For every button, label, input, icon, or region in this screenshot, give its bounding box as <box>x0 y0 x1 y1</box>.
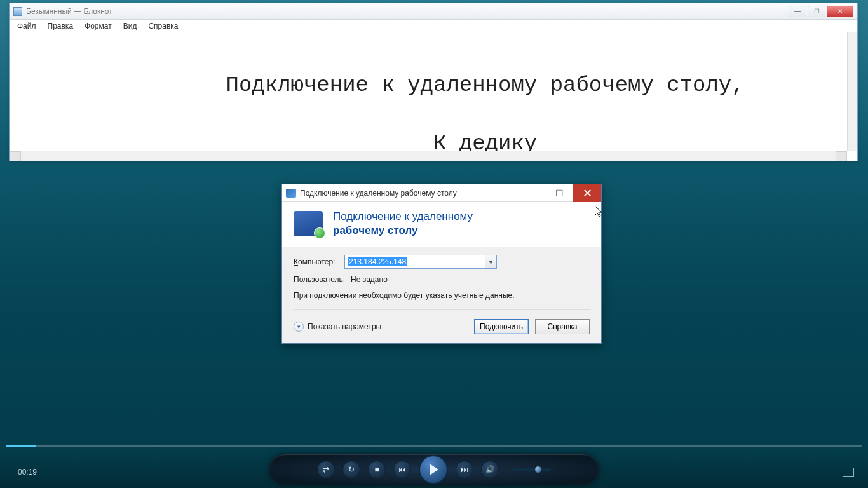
notepad-titlebar[interactable]: Безымянный — Блокнот — ☐ ✕ <box>10 3 857 20</box>
rdp-close-button[interactable]: ✕ <box>573 184 601 202</box>
menu-edit[interactable]: Правка <box>43 20 79 32</box>
notepad-menubar: Файл Правка Формат Вид Справка <box>10 20 857 32</box>
vertical-scrollbar[interactable] <box>847 32 857 151</box>
seek-bar[interactable] <box>6 445 862 447</box>
user-value: Не задано <box>351 275 388 284</box>
notepad-title: Безымянный — Блокнот <box>26 7 112 16</box>
rdp-minimize-button[interactable]: — <box>517 184 545 202</box>
volume-slider[interactable] <box>510 468 551 471</box>
fullscreen-button[interactable] <box>843 468 854 477</box>
next-button[interactable]: ⏭ <box>456 461 473 478</box>
menu-help[interactable]: Справка <box>143 20 183 32</box>
menu-view[interactable]: Вид <box>118 20 142 32</box>
notepad-window: Безымянный — Блокнот — ☐ ✕ Файл Правка Ф… <box>9 3 858 161</box>
notepad-line1: Подключение к удаленному рабочему столу, <box>226 73 745 97</box>
user-label: Пользователь: <box>294 275 344 284</box>
maximize-button[interactable]: ☐ <box>808 6 825 17</box>
divider <box>294 309 590 310</box>
notepad-editor[interactable]: Подключение к удаленному рабочему столу,… <box>10 32 857 161</box>
computer-label: Компьютер: <box>294 257 344 266</box>
close-button[interactable]: ✕ <box>827 6 853 17</box>
rdp-app-icon <box>286 189 296 198</box>
rdp-banner-text: Подключение к удаленному рабочему столу <box>333 210 473 238</box>
computer-combobox[interactable]: 213.184.225.148 ▾ <box>344 255 497 269</box>
help-button[interactable]: Справка <box>535 319 590 334</box>
svg-marker-1 <box>430 464 438 475</box>
connect-button[interactable]: Подключить <box>474 319 529 334</box>
seek-progress <box>6 445 36 447</box>
repeat-button[interactable]: ↻ <box>342 461 360 478</box>
horizontal-scrollbar[interactable] <box>10 151 847 161</box>
media-cluster: ⇄ ↻ ■ ⏮ ⏭ 🔊 <box>269 454 599 485</box>
shuffle-button[interactable]: ⇄ <box>317 461 335 478</box>
rdp-titlebar[interactable]: Подключение к удаленному рабочему столу … <box>282 184 601 202</box>
rdp-title: Подключение к удаленному рабочему столу <box>300 189 457 198</box>
svg-marker-0 <box>595 206 602 217</box>
previous-button[interactable]: ⏮ <box>393 461 411 478</box>
rdp-banner: Подключение к удаленному рабочему столу <box>282 202 601 247</box>
mute-button[interactable]: 🔊 <box>481 461 499 478</box>
rdp-dialog: Подключение к удаленному рабочему столу … <box>281 184 602 344</box>
stop-button[interactable]: ■ <box>368 461 386 478</box>
minimize-button[interactable]: — <box>789 6 806 17</box>
play-button[interactable] <box>419 455 448 484</box>
media-controls: ⇄ ↻ ■ ⏮ ⏭ 🔊 <box>0 451 868 488</box>
chevron-down-icon: ▾ <box>294 322 304 332</box>
show-options-toggle[interactable]: ▾ Показать параметры <box>294 322 381 332</box>
chevron-down-icon[interactable]: ▾ <box>485 255 496 268</box>
menu-file[interactable]: Файл <box>12 20 41 32</box>
menu-format[interactable]: Формат <box>79 20 117 32</box>
rdp-maximize-button[interactable]: ☐ <box>545 184 573 202</box>
credentials-note: При подключении необходимо будет указать… <box>294 290 590 301</box>
computer-value: 213.184.225.148 <box>348 257 407 266</box>
notepad-icon <box>13 7 22 16</box>
rdp-banner-icon <box>294 211 323 236</box>
desktop: Безымянный — Блокнот — ☐ ✕ Файл Правка Ф… <box>0 0 868 488</box>
